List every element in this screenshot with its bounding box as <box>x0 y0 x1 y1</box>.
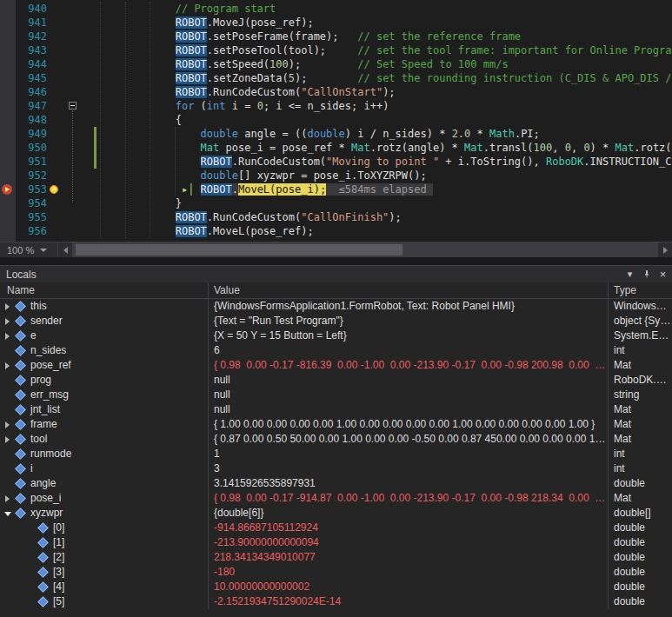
lightbulb-icon[interactable] <box>50 185 58 194</box>
scroll-left-button[interactable] <box>58 242 72 257</box>
code-line[interactable]: 946 ROBOT.RunCodeCustom("CallOnStart"); <box>0 85 672 99</box>
variable-value[interactable]: -180 <box>209 565 609 580</box>
code-line[interactable]: 945 ROBOT.setZoneData(5); // set the rou… <box>0 71 672 85</box>
column-header-type[interactable]: Type <box>609 282 672 298</box>
code-line[interactable]: 949 double angle = ((double) i / n_sides… <box>0 127 672 141</box>
horizontal-scrollbar[interactable] <box>72 242 658 257</box>
expander-collapsed-icon[interactable] <box>3 332 12 341</box>
code-line[interactable]: 944 ROBOT.setSpeed(100); // Set Speed to… <box>0 57 672 71</box>
variable-value[interactable]: 3 <box>209 461 609 476</box>
variable-value[interactable]: -213.90000000000094 <box>209 535 609 550</box>
locals-row[interactable]: [3]-180double <box>0 565 672 580</box>
locals-row[interactable]: runmode1int <box>0 447 672 461</box>
locals-row[interactable]: xyzwpr{double[6]}double[] <box>0 506 672 521</box>
code-line[interactable]: 948 { <box>0 113 672 127</box>
locals-row[interactable]: [1]-213.90000000000094double <box>0 535 672 550</box>
locals-row[interactable]: e{X = 50 Y = 15 Button = Left}System.Eve… <box>0 328 672 343</box>
code-line[interactable]: 956 ROBOT.MoveL(pose_ref); <box>0 224 672 238</box>
variable-name: frame <box>30 417 57 432</box>
variable-value[interactable]: 1 <box>209 447 609 461</box>
variable-type: int <box>609 343 672 358</box>
code-line[interactable]: 951 ROBOT.RunCodeCustom("Moving to point… <box>0 155 672 169</box>
locals-row[interactable]: pose_ref{ 0.98 0.00 -0.17 -816.39 0.00 -… <box>0 358 672 373</box>
fold-collapse-icon[interactable] <box>69 102 77 109</box>
locals-row[interactable]: sender{Text = "Run Test Program"}object … <box>0 314 672 328</box>
locals-row[interactable]: this{WindowsFormsApplication1.FormRobot,… <box>0 299 672 314</box>
locals-row[interactable]: [4]10.00000000000002double <box>0 580 672 594</box>
code-token: // Set Speed to 100 mm/s <box>357 58 508 70</box>
column-header-value[interactable]: Value <box>209 282 609 298</box>
expander-collapsed-icon[interactable] <box>3 421 12 429</box>
variable-value[interactable]: 3.1415926535897931 <box>209 476 609 491</box>
variable-type: object {System.Windows.Forms.Button} <box>609 314 672 328</box>
variable-name: pose_ref <box>30 358 71 373</box>
locals-row[interactable]: [2]218.34134349010077double <box>0 550 672 565</box>
locals-row[interactable]: [0]-914.86687105112924double <box>0 521 672 535</box>
expander-expanded-icon[interactable] <box>3 509 12 518</box>
variable-value[interactable]: {Text = "Run Test Program"} <box>209 314 609 328</box>
name-cell: [4] <box>0 580 209 594</box>
pin-icon[interactable] <box>639 268 654 281</box>
locals-row[interactable]: jnt_listnullMat <box>0 402 672 417</box>
locals-row[interactable]: n_sides6int <box>0 343 672 358</box>
variable-value[interactable]: null <box>209 388 609 402</box>
variable-value[interactable]: 218.34134349010077 <box>209 550 609 565</box>
variable-value[interactable]: {X = 50 Y = 15 Button = Left} <box>209 328 609 343</box>
column-header-name[interactable]: Name <box>0 282 209 298</box>
code-token: ROBOT <box>201 156 232 168</box>
expander-collapsed-icon[interactable] <box>3 302 12 311</box>
variable-value[interactable]: { 1.00 0.00 0.00 0.00 0.00 1.00 0.00 0.0… <box>209 417 609 432</box>
variable-value[interactable]: { 0.98 0.00 -0.17 -914.87 0.00 -1.00 0.0… <box>209 491 609 506</box>
code-line[interactable]: 952 double[] xyzwpr = pose_i.ToXYZRPW(); <box>0 169 672 182</box>
code-line[interactable]: 942 ROBOT.setPoseFrame(frame); // set th… <box>0 30 672 43</box>
code-token <box>100 183 182 196</box>
code-line[interactable]: 940 // Program start <box>0 2 672 16</box>
code-line[interactable]: 953 ▸│ ROBOT.MoveL(pose_i); ≤584ms elaps… <box>0 182 672 196</box>
variable-value[interactable]: { 0.87 0.00 0.50 50.00 0.00 1.00 0.00 0.… <box>209 432 609 447</box>
scrollbar-thumb[interactable] <box>76 244 403 255</box>
variable-value[interactable]: 10.00000000000002 <box>209 580 609 594</box>
name-cell: pose_i <box>0 491 209 506</box>
locals-row[interactable]: pose_i{ 0.98 0.00 -0.17 -914.87 0.00 -1.… <box>0 491 672 506</box>
expander-collapsed-icon[interactable] <box>3 317 12 326</box>
locals-row[interactable]: i3int <box>0 461 672 476</box>
code-line[interactable]: 943 ROBOT.setPoseTool(tool); // set the … <box>0 43 672 57</box>
code-token: ROBOT <box>176 72 207 84</box>
code-token: .setSpeed( <box>207 58 269 70</box>
locals-row[interactable]: tool{ 0.87 0.00 0.50 50.00 0.00 1.00 0.0… <box>0 432 672 447</box>
locals-row[interactable]: angle3.1415926535897931double <box>0 476 672 491</box>
locals-row[interactable]: err_msgnullstring <box>0 388 672 402</box>
expander-collapsed-icon[interactable] <box>3 435 12 444</box>
variable-type: RoboDK.Program <box>609 373 672 388</box>
variable-value[interactable]: -2.1521934751290024E-14 <box>209 594 609 609</box>
code-line[interactable]: 941 ROBOT.MoveJ(pose_ref); <box>0 16 672 30</box>
expander-collapsed-icon[interactable] <box>3 494 12 503</box>
code-token: ▸│ <box>182 183 194 196</box>
locals-row[interactable]: frame{ 1.00 0.00 0.00 0.00 0.00 1.00 0.0… <box>0 417 672 432</box>
variable-value[interactable]: 6 <box>209 343 609 358</box>
code-token: ROBOT <box>176 86 207 98</box>
expander-collapsed-icon[interactable] <box>3 362 12 370</box>
close-icon[interactable]: × <box>655 268 670 281</box>
variable-value[interactable]: {double[6]} <box>209 506 609 521</box>
window-splitter[interactable] <box>0 257 672 265</box>
zoom-control[interactable]: 100 % <box>0 242 57 257</box>
scroll-right-button[interactable] <box>658 242 672 257</box>
code-token: Mat <box>464 142 483 154</box>
locals-row[interactable]: [5]-2.1521934751290024E-14double <box>0 594 672 609</box>
window-menu-icon[interactable]: ▾ <box>622 268 637 281</box>
variable-value[interactable]: -914.86687105112924 <box>209 521 609 535</box>
code-token: // Program start <box>176 3 276 15</box>
code-line[interactable]: 955 ROBOT.RunCodeCustom("CallOnFinish"); <box>0 210 672 224</box>
breakpoint-current-statement-icon[interactable] <box>2 184 12 195</box>
code-line[interactable]: 947 for (int i = 0; i <= n_sides; i++) <box>0 99 672 113</box>
variable-value[interactable]: null <box>209 402 609 417</box>
code-line[interactable]: 954 } <box>0 196 672 210</box>
locals-row[interactable]: prognullRoboDK.Program <box>0 373 672 388</box>
code-token: // set the tool frame: important for Onl… <box>357 44 672 56</box>
variable-value[interactable]: null <box>209 373 609 388</box>
code-token: ) * <box>590 142 615 154</box>
variable-value[interactable]: {WindowsFormsApplication1.FormRobot, Tex… <box>209 299 609 314</box>
code-line[interactable]: 950 Mat pose_i = pose_ref * Mat.rotz(ang… <box>0 141 672 155</box>
variable-value[interactable]: { 0.98 0.00 -0.17 -816.39 0.00 -1.00 0.0… <box>209 358 609 373</box>
